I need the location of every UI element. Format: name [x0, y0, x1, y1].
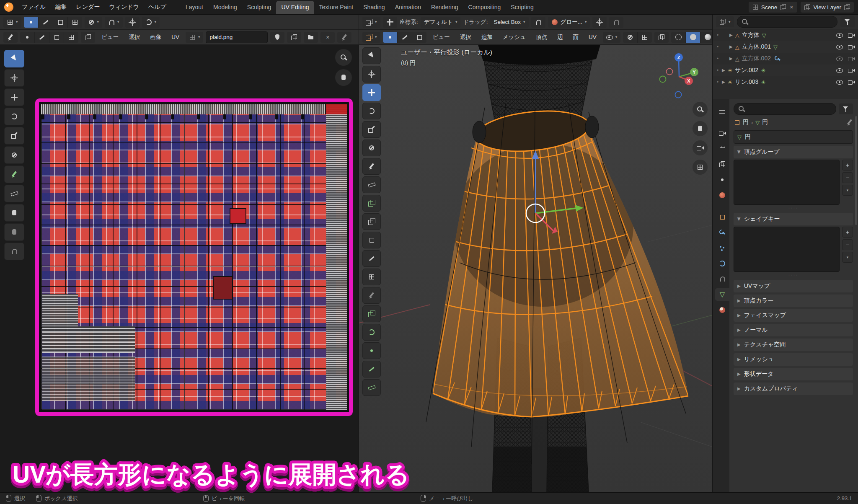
tab-material[interactable] [715, 304, 729, 316]
menu-edit[interactable]: 編集 [51, 2, 71, 13]
tab-view-layer[interactable] [715, 158, 729, 171]
drag-mode-dropdown[interactable]: Select Box ▾ [490, 17, 528, 28]
uv-select-face-button[interactable] [53, 17, 68, 28]
vp-tool-measure[interactable] [362, 176, 381, 193]
menu-file[interactable]: ファイル [18, 2, 50, 13]
uv-tool-rotate[interactable] [4, 108, 24, 125]
vertex-group-specials-button[interactable]: ▾ [842, 185, 853, 196]
hide-eye-toggle[interactable] [836, 55, 843, 62]
uv-menu-select[interactable]: 選択 [125, 32, 144, 43]
vp-tool-transform[interactable] [362, 140, 381, 156]
uv-proportional-edit-button[interactable] [125, 17, 140, 28]
disable-render-toggle[interactable] [848, 79, 855, 85]
properties-filter-button[interactable] [839, 103, 853, 114]
wireframe-shading-button[interactable] [671, 32, 686, 43]
vp-tool-loop-cut[interactable] [362, 269, 381, 285]
disable-render-toggle[interactable] [848, 67, 855, 74]
disclosure-icon[interactable]: ▶ [722, 68, 725, 72]
disclosure-icon[interactable]: ▶ [729, 45, 733, 49]
pan-hand-icon[interactable] [335, 69, 352, 86]
uv-menu-uv[interactable]: UV [168, 32, 183, 42]
vp-tool-spin[interactable] [362, 324, 381, 341]
panel-custom-properties[interactable]: ▶ カスタムプロパティ [734, 383, 853, 395]
outliner-editor-type-dropdown[interactable]: ▾ [716, 16, 734, 27]
snap-options-button[interactable] [609, 17, 623, 28]
uv-snap-dropdown[interactable]: ▾ [105, 17, 123, 28]
uv-edit-context-button[interactable] [3, 32, 18, 43]
uv-tool-cursor[interactable] [4, 69, 24, 87]
outliner-item-cube-002[interactable]: • ▶ △ 立方体.002 [713, 53, 858, 65]
workspace-tab-shading[interactable]: Shading [358, 1, 390, 14]
disclosure-icon[interactable]: ▶ [729, 33, 733, 37]
vp-tool-scale[interactable] [362, 121, 381, 138]
panel-vertex-colors[interactable]: ▶ 頂点カラー [734, 295, 853, 307]
uv-mode-button-2[interactable] [35, 32, 49, 43]
workspace-tab-rendering[interactable]: Rendering [426, 1, 463, 14]
vp-menu-face[interactable]: 面 [569, 32, 582, 43]
proportional-edit-button[interactable] [592, 17, 607, 28]
edit-mode-dropdown[interactable]: ▾ [362, 32, 380, 43]
uv-editor-type-dropdown[interactable]: ▾ [3, 17, 21, 28]
image-name-field[interactable]: plaid.png [206, 31, 268, 43]
vp-tool-tweak[interactable] [362, 47, 381, 64]
vp-tool-annotate[interactable] [362, 158, 381, 175]
fake-user-shield-button[interactable] [270, 32, 284, 43]
uv-menu-image[interactable]: 画像 [146, 32, 165, 43]
vp-tool-inset[interactable] [362, 232, 381, 248]
panel-vertex-groups[interactable]: ▶ 頂点グループ [734, 146, 853, 158]
uv-select-island-button[interactable] [68, 17, 82, 28]
hide-eye-toggle[interactable] [836, 44, 843, 50]
disable-render-toggle[interactable] [848, 44, 855, 50]
tab-physics[interactable] [715, 257, 729, 270]
outliner-filter-button[interactable] [840, 16, 855, 27]
hide-eye-toggle[interactable] [836, 32, 843, 39]
panel-geometry-data[interactable]: ▶ 形状データ [734, 368, 853, 380]
list-resize-grip[interactable]: ···· [734, 205, 853, 211]
new-scene-icon[interactable] [780, 4, 786, 10]
tab-render[interactable] [715, 127, 729, 140]
shape-key-specials-button[interactable]: ▾ [842, 252, 853, 263]
uv-tool-measure[interactable] [4, 185, 24, 202]
uv-tool-scale[interactable] [4, 127, 24, 145]
uv-pivot-dropdown[interactable]: ▾ [85, 17, 103, 28]
view-layer-selector[interactable]: View Layer [801, 2, 854, 13]
uv-mode-button-1[interactable] [20, 32, 35, 43]
vp-tool-add-cube[interactable] [362, 195, 381, 212]
ortho-grid-icon[interactable] [693, 160, 708, 175]
disable-render-toggle[interactable] [848, 55, 855, 62]
outliner-item-sun-002[interactable]: • ▶ ☀ サン.002 ☀ [713, 65, 858, 76]
workspace-tab-compositing[interactable]: Compositing [463, 1, 506, 14]
workspace-tab-texture-paint[interactable]: Texture Paint [314, 1, 359, 14]
workspace-tab-modeling[interactable]: Modeling [208, 1, 242, 14]
breadcrumb-object-name[interactable]: 円 [743, 119, 749, 126]
navigation-gizmo[interactable]: Z Y X [660, 53, 699, 98]
outliner-search-input[interactable] [737, 16, 837, 28]
uv-tool-transform[interactable] [4, 146, 24, 164]
uv-tool-tweak[interactable] [4, 50, 24, 67]
close-icon[interactable]: × [789, 4, 794, 10]
uv-tool-move[interactable] [4, 88, 24, 106]
outliner-item-cube[interactable]: • ▶ △ 立方体 ▽ [713, 29, 858, 41]
workspace-tab-scripting[interactable]: Scripting [506, 1, 538, 14]
vp-tool-cursor[interactable] [362, 66, 381, 83]
uv-editor-canvas[interactable] [0, 45, 359, 492]
disable-render-toggle[interactable] [848, 32, 855, 39]
viewport-editor-type-dropdown[interactable]: ▾ [362, 17, 380, 28]
active-tool-move-button[interactable] [383, 17, 397, 28]
menu-help[interactable]: ヘルプ [144, 2, 171, 13]
remove-shape-key-button[interactable]: − [842, 239, 853, 250]
workspace-tab-layout[interactable]: Layout [181, 1, 208, 14]
solid-shading-button[interactable] [686, 32, 700, 43]
properties-search-input[interactable] [734, 103, 836, 115]
tab-modifiers[interactable] [715, 226, 729, 239]
uv-menu-view[interactable]: ビュー [98, 32, 122, 43]
uv-tool-relax[interactable] [4, 223, 24, 241]
image-pin-button[interactable] [337, 32, 351, 43]
viewport-3d[interactable]: Z Y X ユーザー・平行投影 (ローカル) (0) 円 [359, 45, 713, 492]
vp-menu-uv[interactable]: UV [585, 32, 600, 42]
vp-menu-edge[interactable]: 辺 [553, 32, 567, 43]
panel-uv-maps[interactable]: ▶ UVマップ [734, 280, 853, 292]
vp-menu-add[interactable]: 追加 [478, 32, 496, 43]
vp-menu-mesh[interactable]: メッシュ [499, 32, 530, 43]
new-view-layer-icon[interactable] [844, 4, 850, 10]
